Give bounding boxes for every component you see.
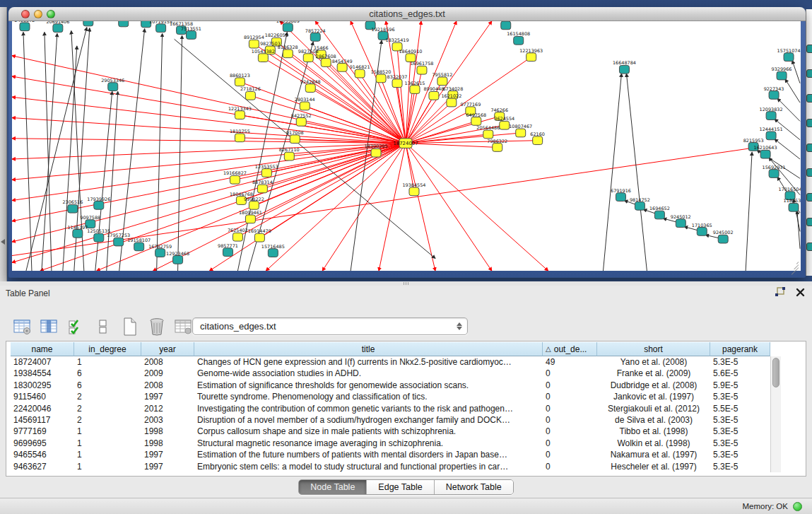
network-graph-canvas[interactable]: 2405572206914061065525715276026466160107…: [12, 21, 801, 271]
graph-edge[interactable]: [12, 144, 406, 180]
graph-node[interactable]: [305, 84, 315, 93]
graph-node[interactable]: [73, 229, 83, 238]
rows-icon[interactable]: [93, 317, 113, 337]
resize-grip-icon[interactable]: [787, 259, 799, 269]
new-file-icon[interactable]: [120, 317, 140, 337]
tab-network-table[interactable]: Network Table: [435, 480, 513, 494]
graph-edge[interactable]: [604, 74, 622, 271]
graph-edge[interactable]: [785, 79, 800, 103]
graph-node[interactable]: [20, 23, 30, 31]
table-row[interactable]: 1456911722003Disruption of a novel membe…: [11, 414, 770, 426]
graph-edge[interactable]: [322, 144, 406, 271]
graph-edge[interactable]: [626, 74, 647, 271]
background-network-window[interactable]: [806, 9, 812, 276]
graph-node[interactable]: [619, 65, 629, 74]
column-header-title[interactable]: title: [194, 342, 543, 356]
graph-node[interactable]: [235, 134, 245, 142]
graph-node[interactable]: [500, 121, 510, 129]
table-row[interactable]: 946554611997Estimation of the future num…: [11, 449, 770, 460]
graph-edge[interactable]: [397, 47, 406, 144]
graph-edge[interactable]: [406, 144, 498, 148]
network-window-titlebar[interactable]: citations_edges.txt: [8, 7, 806, 21]
table-row[interactable]: 969969511998Structural magnetic resonanc…: [11, 438, 770, 449]
graph-node[interactable]: [501, 21, 511, 30]
graph-edge[interactable]: [95, 91, 112, 271]
table-settings-icon[interactable]: [13, 317, 33, 337]
graph-edge[interactable]: [406, 144, 492, 271]
graph-node[interactable]: [784, 53, 794, 62]
table-row[interactable]: 1872400712008Changes of HCN gene express…: [11, 356, 770, 368]
graph-edge[interactable]: [406, 144, 435, 271]
graph-edge[interactable]: [379, 144, 406, 271]
graph-node[interactable]: [235, 111, 245, 119]
graph-node[interactable]: [635, 201, 645, 210]
graph-node[interactable]: [760, 150, 770, 158]
graph-node[interactable]: [526, 53, 536, 62]
graph-node[interactable]: [300, 102, 310, 110]
graph-node[interactable]: [447, 98, 457, 107]
graph-edge[interactable]: [12, 144, 406, 159]
graph-node[interactable]: [676, 219, 686, 228]
graph-node[interactable]: [789, 203, 799, 211]
import-table-disabled-icon[interactable]: [174, 317, 194, 337]
graph-node[interactable]: [283, 23, 293, 32]
graph-node[interactable]: [516, 129, 526, 137]
graph-node[interactable]: [337, 63, 347, 71]
column-header-name[interactable]: name: [11, 342, 74, 356]
graph-node[interactable]: [355, 69, 365, 78]
graph-node[interactable]: [376, 74, 386, 83]
graph-node[interactable]: [514, 36, 524, 45]
graph-node[interactable]: [284, 152, 294, 160]
graph-edge[interactable]: [266, 144, 406, 271]
divider-grip-icon[interactable]: [404, 282, 410, 285]
graph-node[interactable]: [410, 86, 420, 94]
graph-node[interactable]: [108, 83, 118, 91]
graph-node[interactable]: [94, 201, 104, 210]
graph-node[interactable]: [235, 78, 245, 86]
graph-edge[interactable]: [775, 139, 800, 159]
graph-node[interactable]: [83, 21, 93, 26]
graph-node[interactable]: [230, 175, 240, 184]
graph-node[interactable]: [233, 233, 242, 241]
collapse-panel-icon[interactable]: [1, 239, 5, 245]
graph-edge[interactable]: [23, 33, 32, 271]
graph-node[interactable]: [156, 24, 166, 33]
network-window[interactable]: citations_edges.txt 24055722069140610655…: [8, 7, 806, 278]
graph-node[interactable]: [409, 187, 419, 196]
table-row[interactable]: 1938455462009Genome-wide association stu…: [11, 368, 770, 379]
graph-edge[interactable]: [45, 33, 52, 271]
graph-node[interactable]: [769, 170, 779, 178]
graph-node[interactable]: [321, 59, 331, 67]
column-header-out_de[interactable]: △out_de...: [543, 342, 597, 356]
graph-node[interactable]: [290, 135, 300, 144]
graph-node[interactable]: [392, 79, 402, 88]
graph-node[interactable]: [249, 201, 259, 210]
graph-node[interactable]: [68, 204, 78, 213]
graph-node[interactable]: [173, 256, 183, 264]
graph-node[interactable]: [257, 185, 267, 193]
delete-icon[interactable]: [147, 317, 167, 337]
tab-edge-table[interactable]: Edge Table: [367, 480, 434, 494]
graph-node[interactable]: [533, 136, 543, 145]
graph-node[interactable]: [283, 49, 293, 58]
column-header-pagerank[interactable]: pagerank: [710, 342, 770, 356]
graph-node[interactable]: [245, 91, 255, 100]
graph-node[interactable]: [616, 193, 625, 201]
table-row[interactable]: 1830029562008Estimation of significance …: [11, 380, 770, 391]
graph-node[interactable]: [134, 243, 144, 251]
graph-node[interactable]: [697, 228, 707, 236]
graph-node[interactable]: [268, 249, 278, 257]
graph-node[interactable]: [437, 77, 447, 86]
column-header-in_degree[interactable]: in_degree: [74, 342, 141, 356]
graph-node[interactable]: [766, 132, 776, 140]
graph-node[interactable]: [766, 112, 776, 120]
graph-edge[interactable]: [406, 103, 452, 144]
column-header-year[interactable]: year: [141, 342, 194, 356]
graph-node[interactable]: [654, 211, 664, 219]
table-row[interactable]: 977716911998Corpus callosum shape and si…: [11, 426, 770, 437]
graph-edge[interactable]: [42, 34, 57, 271]
graph-node[interactable]: [303, 54, 313, 62]
table-row[interactable]: 2242004622012Investigating the contribut…: [11, 403, 770, 414]
graph-node[interactable]: [258, 54, 268, 62]
graph-node[interactable]: [769, 90, 779, 99]
